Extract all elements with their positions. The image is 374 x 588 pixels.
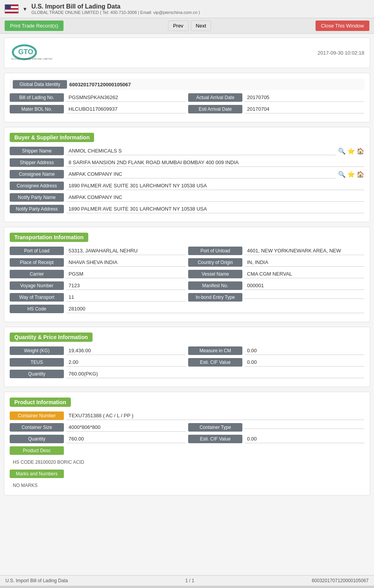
shipper-star-icon[interactable]: ⭐ [347,147,355,155]
country-of-origin-label: Country of Origin [188,258,242,267]
notify-party-address-label: Notify Party Address [10,205,64,213]
container-number-row: Container Number TEXU7351388 ( AC / L / … [10,411,364,420]
global-identity-value: 600320170712000010506​7 [69,82,361,87]
svg-text:GTO: GTO [18,48,33,56]
page-title: U.S. Import Bill of Lading Data [31,3,200,10]
consignee-star-icon[interactable]: ⭐ [347,171,355,178]
in-bond-entry-type-value [245,296,364,299]
next-button[interactable]: Next [191,21,211,31]
vessel-name-value: CMA CGM NERVAL [245,270,364,278]
port-of-unload-value: 4601, NEW YORK/NEWARK AREA, NEW [245,247,364,255]
product-info-card: Product Information Container Number TEX… [4,392,370,495]
quantity-label: Quantity [10,370,64,378]
marks-and-numbers-value: NO MARKS [10,481,364,490]
top-bar: ▼ U.S. Import Bill of Lading Data GLOBAL… [0,0,374,18]
dropdown-arrow[interactable]: ▼ [22,6,27,12]
quantity-row: Quantity 760.00(PKG) [10,370,364,378]
port-of-load-label: Port of Load [10,247,64,255]
shipper-icons: 🔍 ⭐ 🏠 [338,147,364,155]
consignee-name-label: Consignee Name [10,170,64,178]
teus-cif-row: TEUS 2.00 Esti. CIF Value 0.00 [10,358,364,367]
notify-party-name-label: Notify Party Name [10,193,64,202]
consignee-name-value: AMPAK COMPANY INC [66,170,336,178]
vessel-name-label: Vessel Name [188,270,242,278]
quantity-price-card: Quantity & Price Information Weight (KG)… [4,327,370,387]
buyer-supplier-section-label: Buyer & Supplier Information [10,133,94,142]
transportation-card: Transportation Information Port of Load … [4,227,370,322]
global-identity-label: Global Data Identity [13,80,67,89]
product-desc-value: HS CODE 28100020 BORIC ACID [10,458,364,466]
way-of-transport-value: 11 [66,293,186,302]
in-bond-entry-type-label: In-bond Entry Type [188,293,242,302]
bol-row: Bill of Lading No. PGSMNSPKAN36262 Actua… [10,93,364,102]
carrier-vessel-row: Carrier PGSM Vessel Name CMA CGM NERVAL [10,270,364,278]
product-desc-label: Product Desc [10,446,64,455]
consignee-home-icon[interactable]: 🏠 [357,171,364,178]
measure-in-cm-value: 0.00 [245,346,364,355]
transportation-section-label: Transportation Information [10,233,88,242]
country-of-origin-value: IN, INDIA [245,258,364,267]
product-esti-cif-value: 0.00 [245,435,364,443]
logo-area: GTO GLOBAL TRADE ONLINE LIMITED [10,43,52,62]
shipper-address-row: Shipper Address 8 SARIFA MANSION 2ND FLA… [10,158,364,167]
notify-party-name-row: Notify Party Name AMPAK COMPANY INC [10,193,364,202]
actual-arrival-label: Actual Arrival Date [188,93,242,102]
shipper-search-icon[interactable]: 🔍 [338,147,346,155]
hs-code-row: HS Code 281000 [10,305,364,313]
container-type-label: Container Type [188,423,242,432]
carrier-value: PGSM [66,270,186,278]
teus-value: 2.00 [66,358,186,367]
esti-arrival-value: 20170704 [245,105,364,113]
shipper-name-value: ANMOL CHEMICALS S [66,147,336,155]
way-inbond-row: Way of Transport 11 In-bond Entry Type [10,293,364,302]
identity-card: Global Data Identity 6003201707120000105… [4,73,370,122]
place-origin-row: Place of Receipt NHAVA SHEVA INDIA Count… [10,258,364,267]
container-type-value [245,426,364,429]
timestamp: 2017-09-30 10:02:18 [317,50,364,56]
consignee-name-row: Consignee Name AMPAK COMPANY INC 🔍 ⭐ 🏠 [10,170,364,178]
shipper-name-label: Shipper Name [10,147,64,155]
notify-party-address-value: 1890 PALMER AVE SUITE 301 LARCHMONT NY 1… [66,205,364,213]
flag-icon [5,4,19,14]
weight-value: 19,436.00 [66,346,186,355]
container-size-value: 4000*806*800 [66,423,186,432]
quantity-price-section-label: Quantity & Price Information [10,333,93,342]
container-size-type-row: Container Size 4000*806*800 Container Ty… [10,423,364,432]
product-desc-label-row: Product Desc [10,446,364,455]
container-number-value: TEXU7351388 ( AC / L / PP ) [66,411,364,420]
place-of-receipt-value: NHAVA SHEVA INDIA [66,258,186,267]
consignee-address-label: Consignee Address [10,182,64,190]
voyage-number-value: 7123 [66,281,186,290]
footer-bar: U.S. Import Bill of Lading Data 1 / 1 60… [0,575,374,586]
teus-label: TEUS [10,358,64,367]
shipper-home-icon[interactable]: 🏠 [357,147,364,155]
master-bol-label: Mater BOL No. [10,105,64,113]
product-quantity-cif-row: Quantity 760.00 Esti. CIF Value 0.00 [10,435,364,443]
voyage-number-label: Voyage Number [10,281,64,290]
close-button[interactable]: Close This Window [316,21,369,31]
prev-button[interactable]: Prev [168,21,189,31]
port-load-unload-row: Port of Load 53313, JAWAHARLAL NEHRU Por… [10,247,364,255]
product-esti-cif-label: Esti. CIF Value [188,435,242,443]
esti-cif-label: Esti. CIF Value [188,358,242,367]
container-number-label: Container Number [10,411,64,420]
consignee-search-icon[interactable]: 🔍 [338,171,346,178]
measure-in-cm-label: Measure in CM [188,346,242,355]
product-info-section-label: Product Information [10,398,71,407]
footer-page: 1 / 1 [185,578,194,583]
shipper-address-value: 8 SARIFA MANSION 2ND FLANK ROAD MUMBAI B… [66,158,364,167]
consignee-address-row: Consignee Address 1890 PALMER AVE SUITE … [10,182,364,190]
print-button[interactable]: Print Trade Record(s) [5,21,63,31]
way-of-transport-label: Way of Transport [10,293,64,302]
header-card: GTO GLOBAL TRADE ONLINE LIMITED 2017-09-… [4,38,370,68]
port-of-load-value: 53313, JAWAHARLAL NEHRU [66,247,186,255]
bol-label: Bill of Lading No. [10,93,64,102]
product-quantity-label: Quantity [10,435,64,443]
notify-party-name-value: AMPAK COMPANY INC [66,193,364,202]
footer-left: U.S. Import Bill of Lading Data [5,578,68,583]
global-identity-row: Global Data Identity 6003201707120000105… [10,79,364,90]
shipper-address-label: Shipper Address [10,158,64,167]
toolbar: Print Trade Record(s) Prev Next Close Th… [0,18,374,34]
manifest-no-value: 000001 [245,281,364,290]
master-bol-value: HLCUBO1170609937 [66,105,186,113]
